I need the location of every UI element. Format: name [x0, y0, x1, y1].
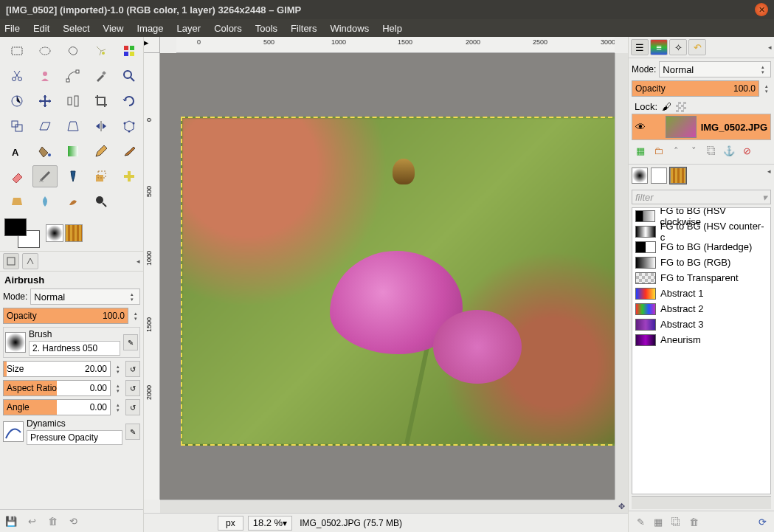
- dynamics-edit-button[interactable]: ✎: [125, 424, 140, 440]
- reset-options-icon[interactable]: ⟲: [65, 513, 81, 529]
- tool-blend[interactable]: [61, 140, 86, 162]
- restore-options-icon[interactable]: ↩: [24, 513, 40, 529]
- tab-layers[interactable]: ☰: [631, 39, 649, 55]
- gradient-row[interactable]: FG to BG (RGB): [632, 255, 770, 270]
- tool-crop[interactable]: [89, 90, 114, 112]
- menu-edit[interactable]: Edit: [33, 23, 49, 34]
- tab-device-status[interactable]: [22, 253, 38, 269]
- scrollbar-horizontal[interactable]: [160, 500, 615, 513]
- tool-text[interactable]: A: [4, 140, 30, 162]
- gradient-row[interactable]: FG to BG (HSV counter-c: [632, 224, 770, 239]
- menu-layer[interactable]: Layer: [177, 23, 201, 34]
- dock-menu-right-icon[interactable]: ◂: [768, 44, 772, 51]
- gradient-list[interactable]: FG to BG (HSV clockwiseFG to BG (HSV cou…: [632, 207, 771, 494]
- tool-paintbrush[interactable]: [117, 140, 142, 162]
- tool-foreground-select[interactable]: [32, 65, 58, 87]
- tool-ellipse-select[interactable]: [32, 40, 58, 62]
- size-reset-button[interactable]: ↺: [125, 361, 140, 377]
- tool-dodge[interactable]: [89, 190, 114, 213]
- new-group-icon[interactable]: 🗀: [651, 143, 666, 158]
- aspect-reset-button[interactable]: ↺: [125, 380, 140, 396]
- menu-select[interactable]: Select: [63, 23, 89, 34]
- tool-select-by-color[interactable]: [117, 40, 142, 62]
- lock-alpha-icon[interactable]: [676, 102, 686, 112]
- opacity-slider[interactable]: Opacity 100.0: [3, 308, 128, 324]
- tool-flip[interactable]: [89, 115, 114, 137]
- brush-indicator[interactable]: [46, 224, 63, 242]
- tool-zoom[interactable]: [117, 65, 142, 87]
- size-slider[interactable]: Size 20.00: [3, 361, 111, 377]
- menu-colors[interactable]: Colors: [214, 23, 242, 34]
- refresh-gradient-icon[interactable]: ⟳: [755, 514, 770, 529]
- layer-name[interactable]: IMG_0502.JPG: [701, 122, 767, 133]
- tool-measure[interactable]: [4, 90, 30, 112]
- delete-gradient-icon[interactable]: 🗑: [686, 514, 701, 529]
- delete-options-icon[interactable]: 🗑: [44, 513, 61, 529]
- gradient-row[interactable]: FG to BG (Hardedge): [632, 239, 770, 255]
- gradient-scrollbar[interactable]: [632, 496, 771, 509]
- nav-icon[interactable]: ✥: [615, 500, 628, 513]
- menu-windows[interactable]: Windows: [330, 23, 369, 34]
- layer-mode-select[interactable]: Normal▴▾: [659, 61, 771, 77]
- pattern-indicator[interactable]: [65, 224, 83, 242]
- lower-layer-icon[interactable]: ˅: [686, 143, 701, 158]
- tool-free-select[interactable]: [61, 40, 86, 62]
- gradient-row[interactable]: FG to Transparent: [632, 270, 770, 286]
- delete-layer-icon[interactable]: ⊘: [739, 143, 754, 158]
- menu-file[interactable]: File: [4, 23, 20, 34]
- tool-rect-select[interactable]: [4, 40, 30, 62]
- tab-brushes[interactable]: [632, 167, 648, 184]
- tool-bucket[interactable]: [32, 140, 58, 162]
- raise-layer-icon[interactable]: ˄: [668, 143, 683, 158]
- gradient-row[interactable]: Aneurism: [632, 332, 770, 348]
- scrollbar-vertical[interactable]: [615, 53, 628, 500]
- gradient-filter[interactable]: filter▾: [632, 190, 771, 204]
- new-gradient-icon[interactable]: ▦: [651, 514, 666, 529]
- layer-opacity-slider[interactable]: Opacity 100.0: [632, 80, 759, 97]
- save-options-icon[interactable]: 💾: [3, 513, 19, 529]
- menu-image[interactable]: Image: [137, 23, 163, 34]
- layer-list[interactable]: 👁 IMG_0502.JPG: [632, 114, 771, 140]
- brush-name-field[interactable]: 2. Hardness 050: [29, 341, 120, 356]
- tool-pencil[interactable]: [89, 140, 114, 162]
- dynamics-thumb[interactable]: [3, 421, 24, 442]
- tool-airbrush[interactable]: [32, 165, 58, 187]
- brush-edit-button[interactable]: ✎: [123, 334, 138, 350]
- tool-smudge[interactable]: [61, 190, 86, 213]
- tool-heal[interactable]: [117, 165, 142, 187]
- menu-view[interactable]: View: [103, 23, 124, 34]
- new-layer-icon[interactable]: ▦: [633, 143, 648, 158]
- unit-select[interactable]: px: [218, 516, 243, 531]
- tab-paths[interactable]: ✧: [669, 39, 687, 55]
- tool-ink[interactable]: [61, 165, 86, 187]
- tab-tool-options[interactable]: [3, 253, 19, 269]
- tool-shear[interactable]: [32, 115, 58, 137]
- tool-move[interactable]: [32, 90, 58, 112]
- dock-menu-icon[interactable]: ◂: [137, 258, 140, 265]
- mode-select[interactable]: Normal▴▾: [30, 289, 140, 305]
- tool-scissors[interactable]: [4, 65, 30, 87]
- angle-reset-button[interactable]: ↺: [125, 399, 140, 415]
- angle-slider[interactable]: Angle 0.00: [3, 399, 111, 415]
- tab-gradients[interactable]: [670, 167, 686, 184]
- tab-patterns[interactable]: [651, 167, 667, 184]
- color-fg-bg[interactable]: [4, 218, 40, 248]
- aspect-slider[interactable]: Aspect Ratio 0.00: [3, 380, 111, 396]
- ruler-origin[interactable]: ▸: [144, 37, 160, 53]
- tool-perspective-clone[interactable]: [4, 190, 30, 213]
- menu-help[interactable]: Help: [382, 23, 402, 34]
- image-canvas[interactable]: [160, 53, 615, 500]
- ruler-horizontal[interactable]: 0 500 1000 1500 2000 2500 3000: [176, 37, 615, 53]
- tool-color-picker[interactable]: [89, 65, 114, 87]
- ruler-vertical[interactable]: 0 500 1000 1500 2000: [144, 53, 160, 500]
- edit-gradient-icon[interactable]: ✎: [633, 514, 648, 529]
- gradient-row[interactable]: Abstract 1: [632, 286, 770, 301]
- lock-pixels-icon[interactable]: 🖌: [662, 101, 671, 112]
- tool-eraser[interactable]: [4, 165, 30, 187]
- zoom-select[interactable]: 18.2 % ▾: [248, 516, 292, 531]
- dock-menu2-icon[interactable]: ◂: [767, 167, 771, 184]
- layer-thumbnail[interactable]: [666, 116, 696, 138]
- tool-align[interactable]: [61, 90, 86, 112]
- brush-thumb[interactable]: [5, 332, 26, 353]
- tab-channels[interactable]: ≡: [650, 39, 668, 55]
